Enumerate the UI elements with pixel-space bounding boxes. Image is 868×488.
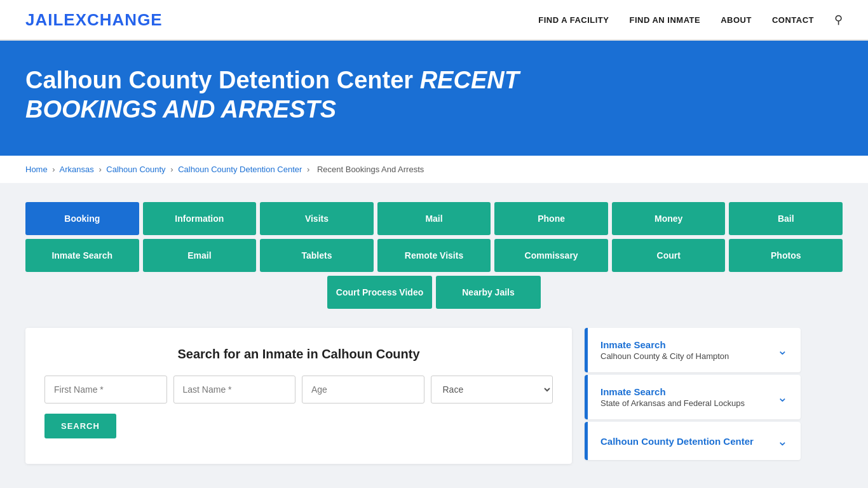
sidebar-item-title-1: Inmate Search — [600, 339, 729, 350]
breadcrumb-current: Recent Bookings And Arrests — [317, 165, 424, 174]
information-button[interactable]: Information — [143, 202, 257, 235]
logo[interactable]: JAILEXCHANGE — [25, 10, 163, 30]
find-facility-link[interactable]: FIND A FACILITY — [538, 15, 609, 25]
search-title: Search for an Inmate in Calhoun County — [44, 347, 553, 362]
visits-button[interactable]: Visits — [260, 202, 374, 235]
chevron-down-icon-2: ⌄ — [777, 390, 788, 405]
chevron-down-icon-3: ⌄ — [777, 433, 788, 449]
breadcrumb: Home › Arkansas › Calhoun County › Calho… — [0, 156, 868, 183]
money-button[interactable]: Money — [612, 202, 726, 235]
mail-button[interactable]: Mail — [377, 202, 491, 235]
sidebar-item-title-2: Inmate Search — [600, 386, 745, 397]
page-title: Calhoun County Detention Center RECENT B… — [25, 66, 597, 124]
navigation: JAILEXCHANGE FIND A FACILITY FIND AN INM… — [0, 0, 868, 41]
age-input[interactable] — [302, 376, 424, 403]
sidebar-item-detention-center[interactable]: Calhoun County Detention Center ⌄ — [585, 422, 801, 460]
chevron-down-icon-1: ⌄ — [777, 342, 788, 358]
breadcrumb-calhoun-county[interactable]: Calhoun County — [106, 165, 165, 174]
search-fields: Race White Black Hispanic Asian Other — [44, 376, 553, 403]
photos-button[interactable]: Photos — [729, 239, 843, 272]
remote-visits-button[interactable]: Remote Visits — [377, 239, 491, 272]
logo-exchange: EXCHANGE — [64, 10, 162, 29]
tablets-button[interactable]: Tablets — [260, 239, 374, 272]
sidebar-item-sub-1: Calhoun County & City of Hampton — [600, 351, 729, 361]
race-select[interactable]: Race White Black Hispanic Asian Other — [431, 376, 553, 403]
buttons-row-1: Booking Information Visits Mail Phone Mo… — [25, 202, 843, 235]
breadcrumb-home[interactable]: Home — [25, 165, 48, 174]
contact-link[interactable]: CONTACT — [772, 15, 814, 25]
about-link[interactable]: ABOUT — [721, 15, 752, 25]
court-process-video-button[interactable]: Court Process Video — [327, 276, 432, 309]
email-button[interactable]: Email — [143, 239, 257, 272]
sidebar-item-sub-2: State of Arkansas and Federal Lockups — [600, 398, 745, 408]
nearby-jails-button[interactable]: Nearby Jails — [436, 276, 541, 309]
sidebar-item-inmate-search-local[interactable]: Inmate Search Calhoun County & City of H… — [585, 328, 801, 372]
nav-links: FIND A FACILITY FIND AN INMATE ABOUT CON… — [538, 13, 843, 27]
hero-section: Calhoun County Detention Center RECENT B… — [0, 41, 868, 156]
category-buttons: Booking Information Visits Mail Phone Mo… — [25, 202, 843, 309]
phone-button[interactable]: Phone — [494, 202, 608, 235]
buttons-row-3: Court Process Video Nearby Jails — [25, 276, 843, 309]
search-icon[interactable]: ⚲ — [834, 13, 843, 27]
search-box: Search for an Inmate in Calhoun County R… — [25, 328, 572, 464]
first-name-input[interactable] — [44, 376, 167, 403]
sidebar: Inmate Search Calhoun County & City of H… — [585, 328, 801, 463]
content-area: Booking Information Visits Mail Phone Mo… — [0, 183, 868, 483]
breadcrumb-detention-center[interactable]: Calhoun County Detention Center — [178, 165, 302, 174]
sidebar-item-title-3: Calhoun County Detention Center — [600, 436, 754, 447]
buttons-row-2: Inmate Search Email Tablets Remote Visit… — [25, 239, 843, 272]
bail-button[interactable]: Bail — [729, 202, 843, 235]
breadcrumb-arkansas[interactable]: Arkansas — [60, 165, 94, 174]
find-inmate-link[interactable]: FIND AN INMATE — [629, 15, 700, 25]
booking-button[interactable]: Booking — [25, 202, 139, 235]
last-name-input[interactable] — [173, 376, 296, 403]
main-columns: Search for an Inmate in Calhoun County R… — [25, 328, 843, 464]
commissary-button[interactable]: Commissary — [494, 239, 608, 272]
logo-jail: JAIL — [25, 10, 64, 29]
inmate-search-button[interactable]: Inmate Search — [25, 239, 139, 272]
search-button[interactable]: SEARCH — [44, 414, 116, 438]
sidebar-item-inmate-search-state[interactable]: Inmate Search State of Arkansas and Fede… — [585, 375, 801, 419]
court-button[interactable]: Court — [612, 239, 726, 272]
